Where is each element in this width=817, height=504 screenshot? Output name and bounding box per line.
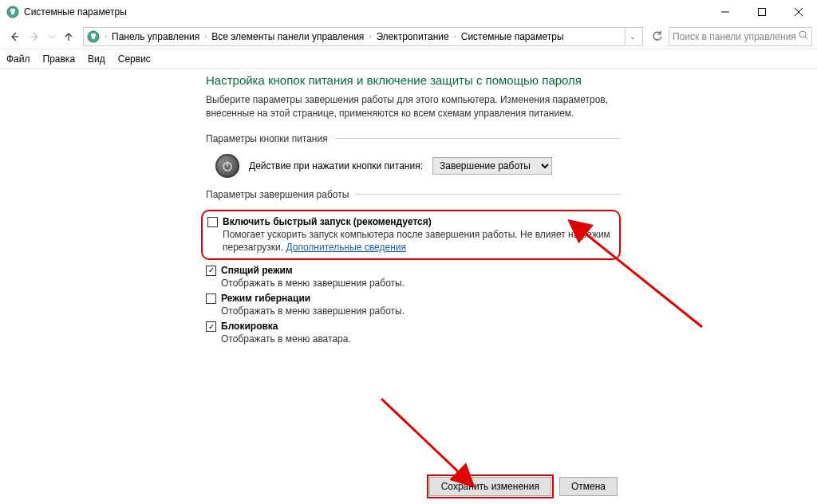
checkbox-fast-startup[interactable] — [207, 217, 218, 227]
main-content: Настройка кнопок питания и включение защ… — [206, 73, 621, 357]
breadcrumb[interactable]: › Панель управления › Все элементы панел… — [83, 27, 643, 46]
power-options-icon — [87, 30, 100, 43]
recent-dropdown[interactable] — [46, 27, 57, 46]
checkbox-hibernate[interactable] — [206, 293, 216, 304]
window-title: Системные параметры — [24, 6, 127, 18]
chevron-right-icon[interactable]: › — [203, 33, 208, 41]
svg-line-14 — [805, 37, 807, 39]
svg-rect-4 — [759, 8, 766, 15]
refresh-button[interactable] — [648, 27, 667, 46]
save-button[interactable]: Сохранить изменения — [429, 477, 551, 496]
checkbox-desc: Отображать в меню аватара. — [221, 333, 621, 345]
search-input[interactable]: Поиск в панели управления — [669, 27, 812, 46]
menubar: Файл Правка Вид Сервис — [0, 49, 817, 69]
checkbox-label: Спящий режим — [221, 265, 293, 276]
svg-rect-12 — [92, 37, 95, 39]
window-controls — [707, 0, 817, 24]
checkbox-label: Блокировка — [221, 321, 278, 332]
checkbox-label: Режим гибернации — [221, 293, 310, 304]
svg-rect-2 — [11, 12, 14, 14]
power-action-label: Действие при нажатии кнопки питания: — [249, 160, 423, 171]
group-power-button: Параметры кнопки питания Действие при на… — [206, 133, 621, 178]
close-button[interactable] — [780, 0, 817, 24]
search-placeholder: Поиск в панели управления — [673, 31, 799, 42]
menu-view[interactable]: Вид — [88, 53, 105, 65]
checkbox-desc: Отображать в меню завершения работы. — [221, 277, 621, 289]
power-action-select[interactable]: Завершение работы — [432, 157, 552, 175]
menu-file[interactable]: Файл — [6, 53, 30, 65]
titlebar: Системные параметры — [0, 0, 817, 24]
checkbox-sleep[interactable]: ✓ — [206, 266, 216, 276]
back-button[interactable] — [5, 27, 24, 46]
chevron-right-icon[interactable]: › — [367, 33, 373, 41]
divider — [334, 138, 621, 139]
search-icon — [799, 30, 808, 42]
checkbox-desc: Помогает ускорить запуск компьютера посл… — [223, 228, 613, 254]
group-header-label: Параметры завершения работы — [206, 189, 355, 200]
page-title: Настройка кнопок питания и включение защ… — [206, 73, 621, 87]
group-shutdown: Параметры завершения работы Включить быс… — [206, 189, 621, 346]
svg-point-13 — [799, 31, 806, 37]
group-header-label: Параметры кнопки питания — [206, 133, 334, 144]
power-icon — [215, 154, 239, 178]
menu-edit[interactable]: Правка — [43, 53, 76, 65]
breadcrumb-item[interactable]: Системные параметры — [458, 31, 567, 42]
more-info-link[interactable]: Дополнительные сведения — [286, 242, 405, 253]
checkbox-label: Включить быстрый запуск (рекомендуется) — [223, 216, 432, 227]
navbar: › Панель управления › Все элементы панел… — [0, 24, 817, 49]
forward-button[interactable] — [26, 27, 45, 46]
page-description: Выберите параметры завершения работы для… — [206, 93, 621, 120]
power-options-icon — [6, 6, 19, 18]
footer-buttons: Сохранить изменения Отмена — [429, 477, 618, 496]
menu-tools[interactable]: Сервис — [118, 53, 151, 65]
cancel-button[interactable]: Отмена — [559, 477, 618, 496]
divider — [355, 194, 621, 195]
checkbox-lock[interactable]: ✓ — [206, 321, 216, 332]
maximize-button[interactable] — [744, 0, 780, 24]
breadcrumb-dropdown[interactable]: ⌄ — [625, 28, 639, 45]
svg-rect-11 — [91, 33, 96, 37]
checkbox-desc: Отображать в меню завершения работы. — [221, 305, 621, 317]
breadcrumb-item[interactable]: Все элементы панели управления — [208, 31, 367, 42]
breadcrumb-item[interactable]: Электропитание — [373, 31, 452, 42]
chevron-right-icon[interactable]: › — [103, 33, 109, 41]
minimize-button[interactable] — [707, 0, 744, 24]
chevron-right-icon[interactable]: › — [452, 33, 458, 41]
svg-rect-1 — [10, 9, 15, 12]
annotation-arrow — [373, 391, 477, 489]
breadcrumb-item[interactable]: Панель управления — [109, 31, 203, 42]
up-button[interactable] — [59, 27, 78, 46]
highlight-fast-startup: Включить быстрый запуск (рекомендуется) … — [201, 210, 621, 260]
svg-line-18 — [381, 399, 461, 474]
